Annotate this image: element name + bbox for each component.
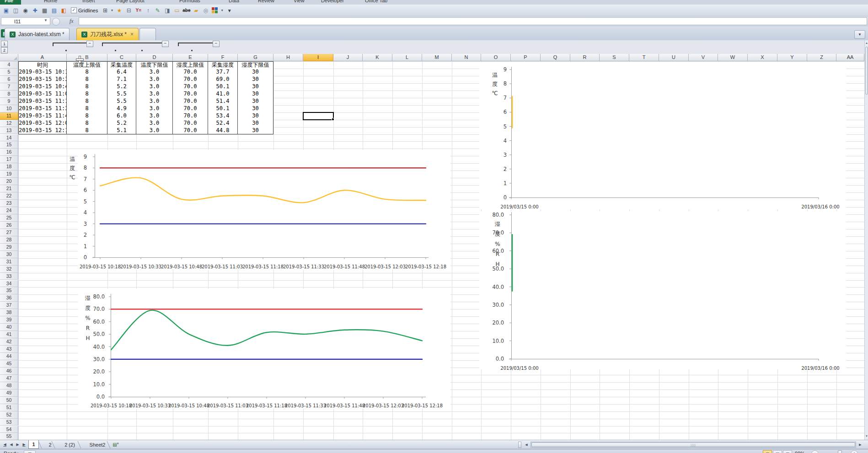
- column-header-W[interactable]: W: [718, 54, 748, 61]
- table-row-9-cell-D[interactable]: 3.0: [136, 98, 173, 106]
- column-header-AA[interactable]: AA: [836, 54, 864, 61]
- table-row-12-cell-E[interactable]: 70.0: [173, 120, 208, 128]
- row-header-17[interactable]: 17: [0, 156, 18, 163]
- inspect-icon[interactable]: ◨: [163, 6, 171, 14]
- row-header-6[interactable]: 6: [0, 76, 18, 83]
- row-header-54[interactable]: 54: [0, 426, 18, 433]
- page-layout-view-button[interactable]: ▤: [773, 450, 782, 453]
- column-group-collapse-button-2[interactable]: −: [162, 41, 169, 47]
- column-group-collapse-button-1[interactable]: −: [86, 41, 93, 47]
- table-row-12-cell-C[interactable]: 5.2: [107, 120, 136, 128]
- column-header-B[interactable]: B: [67, 54, 107, 61]
- table-row-10-cell-E[interactable]: 70.0: [173, 105, 208, 113]
- column-header-D[interactable]: D: [136, 54, 173, 61]
- column-header-R[interactable]: R: [570, 54, 600, 61]
- table-row-9-cell-B[interactable]: 8: [67, 98, 107, 106]
- row-header-16[interactable]: 16: [0, 149, 18, 156]
- table-row-5-cell-G[interactable]: 30: [238, 69, 273, 76]
- scroll-up-icon[interactable]: ▲: [865, 40, 868, 46]
- ribbon-tab-insert[interactable]: Insert: [82, 0, 95, 3]
- sheet-nav-last-icon[interactable]: ▶: [21, 442, 27, 448]
- selected-cell[interactable]: [303, 112, 334, 120]
- close-tab-icon[interactable]: ×: [130, 31, 134, 37]
- name-box[interactable]: I11: [1, 17, 50, 25]
- table-row-5-cell-F[interactable]: 37.7: [208, 69, 238, 76]
- vertical-scroll-thumb[interactable]: [865, 47, 868, 95]
- table-row-12-cell-A[interactable]: 2019-03-15 12:03: [18, 120, 67, 128]
- table-header-row-cell-B[interactable]: 温度上限值: [67, 61, 107, 69]
- theme-colors-icon-dropdown[interactable]: ▼: [220, 9, 224, 12]
- row-header-46[interactable]: 46: [0, 368, 18, 375]
- table-row-11-cell-A[interactable]: 2019-03-15 11:48: [18, 112, 67, 120]
- borders-grid-icon-dropdown[interactable]: ▼: [110, 9, 113, 12]
- outline-level-1-button[interactable]: 1: [1, 41, 8, 47]
- formula-filter-icon[interactable]: Y=: [134, 6, 143, 14]
- table-row-13-cell-F[interactable]: 44.8: [208, 127, 238, 135]
- row-header-22[interactable]: 22: [0, 192, 18, 200]
- table-row-10-cell-C[interactable]: 4.9: [107, 105, 136, 113]
- table-row-12-cell-D[interactable]: 3.0: [136, 120, 173, 128]
- ribbon-tab-data[interactable]: Data: [229, 0, 239, 3]
- formula-options-button[interactable]: [52, 18, 60, 26]
- table-row-10-cell-G[interactable]: 30: [238, 105, 273, 113]
- table-header-row-cell-F[interactable]: 采集湿度: [208, 61, 238, 69]
- column-header-Q[interactable]: Q: [541, 54, 570, 61]
- contact-icon[interactable]: ◎: [201, 6, 210, 14]
- table-row-9-cell-G[interactable]: 30: [238, 98, 273, 106]
- qat-overflow-icon[interactable]: ▾: [225, 6, 234, 14]
- vertical-scrollbar[interactable]: ▲ ▼: [864, 40, 868, 440]
- column-group-collapse-button-3[interactable]: −: [213, 41, 220, 47]
- horizontal-scroll-thumb[interactable]: ||||: [531, 442, 855, 447]
- column-header-A[interactable]: A: [18, 54, 67, 61]
- table-row-8-cell-G[interactable]: 30: [238, 91, 273, 98]
- column-header-Z[interactable]: Z: [807, 54, 836, 61]
- row-header-52[interactable]: 52: [0, 411, 18, 419]
- ribbon-tab-formulas[interactable]: Formulas: [179, 0, 200, 3]
- workbook-view-icon[interactable]: ▤: [50, 6, 59, 14]
- column-header-U[interactable]: U: [659, 54, 689, 61]
- normal-view-button[interactable]: ▦: [763, 450, 772, 453]
- table-row-13-cell-A[interactable]: 2019-03-15 12:18: [18, 127, 67, 135]
- row-header-30[interactable]: 30: [0, 251, 18, 258]
- row-header-47[interactable]: 47: [0, 375, 18, 382]
- ribbon-tab-home[interactable]: Home: [44, 0, 57, 3]
- table-header-row-cell-C[interactable]: 采集温度: [107, 61, 136, 69]
- table-row-7-cell-C[interactable]: 5.2: [107, 83, 136, 91]
- save-icon[interactable]: ▣: [2, 6, 11, 14]
- row-header-34[interactable]: 34: [0, 280, 18, 288]
- row-header-28[interactable]: 28: [0, 236, 18, 244]
- table-row-8-cell-C[interactable]: 5.5: [107, 91, 136, 98]
- gridlines-checkbox[interactable]: ✓: [71, 7, 77, 13]
- table-header-row-cell-D[interactable]: 温度下限值: [136, 61, 173, 69]
- row-header-36[interactable]: 36: [0, 294, 18, 302]
- row-header-29[interactable]: 29: [0, 244, 18, 251]
- doc-tab-jason-latest[interactable]: X Jason-latest.xlsm *: [5, 28, 70, 40]
- table-row-6-cell-D[interactable]: 3.0: [136, 76, 173, 84]
- row-header-12[interactable]: 12: [0, 120, 18, 127]
- theme-colors-icon[interactable]: [211, 6, 220, 14]
- humidity-day-chart[interactable]: [479, 211, 846, 369]
- table-row-8-cell-D[interactable]: 3.0: [136, 91, 173, 98]
- insert-worksheet-button[interactable]: ▤*: [111, 441, 120, 448]
- temperature-trend-chart[interactable]: [78, 150, 450, 270]
- row-header-39[interactable]: 39: [0, 316, 18, 324]
- strikethrough-icon[interactable]: abe: [182, 6, 191, 14]
- scroll-left-icon[interactable]: ◀: [523, 442, 530, 448]
- table-row-10-cell-F[interactable]: 50.1: [208, 105, 238, 113]
- table-row-5-cell-A[interactable]: 2019-03-15 10:18: [18, 69, 67, 76]
- zoom-out-button[interactable]: −: [811, 450, 819, 453]
- column-header-I[interactable]: I: [303, 54, 333, 61]
- table-row-8-cell-B[interactable]: 8: [67, 91, 107, 98]
- outline-level-2-button[interactable]: 2: [1, 47, 8, 53]
- column-header-F[interactable]: F: [208, 54, 238, 61]
- table-row-6-cell-B[interactable]: 8: [67, 76, 107, 84]
- table-row-10-cell-B[interactable]: 8: [67, 105, 107, 113]
- row-header-40[interactable]: 40: [0, 324, 18, 331]
- ribbon-tab-page-layout[interactable]: Page Layout: [116, 0, 145, 3]
- scroll-down-icon[interactable]: ▼: [865, 433, 868, 439]
- table-row-9-cell-A[interactable]: 2019-03-15 11:18: [18, 98, 67, 106]
- row-header-31[interactable]: 31: [0, 258, 18, 266]
- column-header-V[interactable]: V: [689, 54, 718, 61]
- column-header-N[interactable]: N: [452, 54, 481, 61]
- table-row-7-cell-A[interactable]: 2019-03-15 10:48: [18, 83, 67, 91]
